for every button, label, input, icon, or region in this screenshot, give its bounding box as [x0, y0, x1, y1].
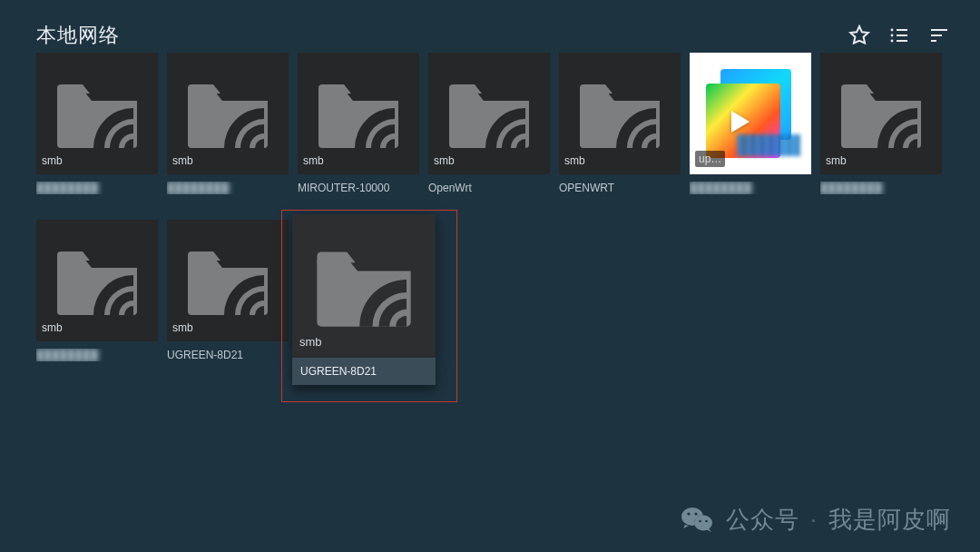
- tile-thumb: smb: [167, 220, 289, 341]
- tile-label: ████: [36, 349, 158, 361]
- tile-thumb: up…: [690, 53, 811, 174]
- network-folder-icon: [52, 244, 142, 317]
- tile-label: OpenWrt: [428, 182, 550, 194]
- watermark: 公众号 · 我是阿皮啊: [679, 501, 951, 537]
- network-tile[interactable]: smbUGREEN-8D21: [298, 220, 419, 390]
- network-tile[interactable]: up…████: [690, 53, 811, 194]
- list-icon: [888, 25, 910, 46]
- tile-thumb: smb: [820, 53, 942, 174]
- sort-icon: [928, 25, 950, 46]
- svg-point-2: [891, 40, 894, 43]
- page-title: 本地网络: [36, 22, 120, 49]
- network-folder-icon: [444, 77, 534, 150]
- svg-point-11: [694, 516, 712, 531]
- svg-point-14: [699, 520, 701, 523]
- sort-button[interactable]: [927, 24, 951, 47]
- tile-label: OPENWRT: [559, 182, 681, 194]
- network-tile[interactable]: smb████: [36, 220, 158, 390]
- network-tile[interactable]: smb████: [36, 53, 158, 194]
- protocol-badge: smb: [434, 154, 455, 167]
- favorite-button[interactable]: [848, 24, 871, 47]
- tile-thumb: smb: [292, 214, 436, 358]
- tile-label: ████: [690, 182, 811, 194]
- header-actions: [848, 24, 958, 47]
- network-tile[interactable]: smbMIROUTER-10000: [298, 53, 419, 194]
- tile-thumb: smb: [428, 53, 550, 174]
- tile-label: ████: [820, 182, 942, 194]
- protocol-badge: smb: [172, 154, 193, 167]
- protocol-badge: smb: [564, 154, 585, 167]
- view-list-button[interactable]: [887, 24, 911, 47]
- tile-label: ████: [167, 182, 289, 194]
- network-folder-icon: [313, 77, 404, 150]
- network-tile[interactable]: smbOpenWrt: [428, 53, 550, 194]
- protocol-badge: smb: [42, 154, 63, 167]
- network-folder-icon: [52, 77, 142, 150]
- protocol-badge: smb: [299, 335, 322, 349]
- protocol-badge: up…: [695, 151, 725, 167]
- tile-thumb: smb: [559, 53, 681, 174]
- star-icon: [848, 25, 870, 46]
- wechat-icon: [679, 501, 715, 537]
- network-folder-icon: [310, 243, 417, 329]
- tile-thumb: smb: [36, 53, 158, 174]
- network-grid: smb████ smb████ smbMIROUTER-10000 smbOpe…: [36, 53, 958, 390]
- protocol-badge: smb: [172, 321, 193, 334]
- tile-label: ████: [36, 182, 158, 194]
- network-tile[interactable]: smb████: [820, 53, 942, 194]
- protocol-badge: smb: [826, 154, 847, 167]
- svg-point-12: [687, 512, 690, 515]
- network-folder-icon: [182, 77, 273, 150]
- tile-label: UGREEN-8D21: [167, 349, 289, 361]
- network-folder-icon: [836, 77, 926, 150]
- tile-thumb: smb: [167, 53, 289, 174]
- protocol-badge: smb: [42, 321, 63, 334]
- network-tile[interactable]: smb████: [167, 53, 289, 194]
- network-tile[interactable]: smbOPENWRT: [559, 53, 681, 194]
- tile-thumb: smb: [36, 220, 158, 341]
- svg-point-13: [694, 512, 697, 515]
- network-folder-icon: [574, 77, 665, 150]
- watermark-name: 我是阿皮啊: [828, 504, 951, 536]
- svg-point-15: [705, 520, 708, 523]
- upnp-art: [701, 64, 800, 163]
- watermark-prefix: 公众号: [726, 504, 799, 536]
- network-tile[interactable]: smbUGREEN-8D21: [167, 220, 289, 390]
- tile-label: UGREEN-8D21: [292, 358, 436, 385]
- tile-label: MIROUTER-10000: [298, 182, 419, 194]
- protocol-badge: smb: [303, 154, 324, 167]
- svg-point-0: [891, 29, 894, 32]
- network-folder-icon: [182, 244, 273, 317]
- watermark-sep: ·: [810, 506, 818, 534]
- svg-point-1: [891, 34, 894, 37]
- tile-thumb: smb: [298, 53, 419, 174]
